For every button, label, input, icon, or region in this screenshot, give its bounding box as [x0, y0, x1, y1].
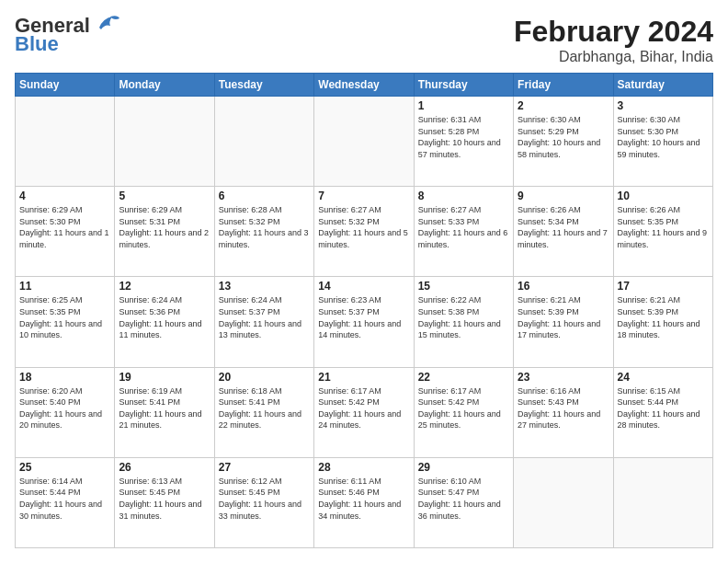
weekday-header-sunday: Sunday — [16, 74, 115, 97]
day-number: 20 — [219, 371, 310, 384]
calendar-cell: 18Sunrise: 6:20 AM Sunset: 5:40 PM Dayli… — [16, 367, 115, 457]
day-info: Sunrise: 6:24 AM Sunset: 5:36 PM Dayligh… — [119, 294, 210, 340]
day-number: 14 — [318, 280, 409, 293]
logo: General Blue — [15, 15, 121, 55]
day-number: 1 — [418, 99, 509, 112]
calendar-body: 1Sunrise: 6:31 AM Sunset: 5:28 PM Daylig… — [16, 97, 713, 548]
calendar-cell: 14Sunrise: 6:23 AM Sunset: 5:37 PM Dayli… — [314, 277, 414, 367]
weekday-header-saturday: Saturday — [613, 74, 712, 97]
day-info: Sunrise: 6:26 AM Sunset: 5:35 PM Dayligh… — [618, 204, 709, 250]
day-info: Sunrise: 6:23 AM Sunset: 5:37 PM Dayligh… — [318, 294, 409, 340]
calendar-header: SundayMondayTuesdayWednesdayThursdayFrid… — [16, 74, 713, 97]
day-number: 28 — [318, 461, 409, 474]
calendar-cell: 12Sunrise: 6:24 AM Sunset: 5:36 PM Dayli… — [115, 277, 214, 367]
day-number: 26 — [119, 461, 210, 474]
title-block: February 2024 Darbhanga, Bihar, India — [514, 15, 713, 65]
day-number: 9 — [518, 190, 609, 202]
calendar-cell: 10Sunrise: 6:26 AM Sunset: 5:35 PM Dayli… — [613, 187, 712, 277]
day-info: Sunrise: 6:28 AM Sunset: 5:32 PM Dayligh… — [219, 204, 310, 250]
day-info: Sunrise: 6:17 AM Sunset: 5:42 PM Dayligh… — [318, 385, 409, 431]
day-number: 3 — [618, 99, 709, 112]
day-number: 11 — [19, 280, 110, 293]
day-info: Sunrise: 6:22 AM Sunset: 5:38 PM Dayligh… — [418, 294, 509, 340]
calendar-cell — [314, 97, 414, 187]
day-number: 2 — [518, 99, 609, 112]
day-number: 10 — [618, 190, 709, 202]
day-info: Sunrise: 6:13 AM Sunset: 5:45 PM Dayligh… — [119, 476, 210, 522]
day-number: 29 — [418, 461, 509, 474]
day-number: 6 — [219, 190, 310, 202]
day-info: Sunrise: 6:15 AM Sunset: 5:44 PM Dayligh… — [618, 385, 709, 431]
day-number: 27 — [219, 461, 310, 474]
calendar-cell: 17Sunrise: 6:21 AM Sunset: 5:39 PM Dayli… — [613, 277, 712, 367]
day-number: 13 — [219, 280, 310, 293]
calendar-cell: 25Sunrise: 6:14 AM Sunset: 5:44 PM Dayli… — [16, 457, 115, 547]
calendar-cell: 20Sunrise: 6:18 AM Sunset: 5:41 PM Dayli… — [214, 367, 313, 457]
day-number: 16 — [518, 280, 609, 293]
calendar-cell: 6Sunrise: 6:28 AM Sunset: 5:32 PM Daylig… — [214, 187, 313, 277]
week-row-4: 25Sunrise: 6:14 AM Sunset: 5:44 PM Dayli… — [16, 457, 713, 547]
calendar-cell: 8Sunrise: 6:27 AM Sunset: 5:33 PM Daylig… — [414, 187, 513, 277]
calendar-cell: 23Sunrise: 6:16 AM Sunset: 5:43 PM Dayli… — [514, 367, 613, 457]
calendar-cell — [514, 457, 613, 547]
calendar-title: February 2024 — [514, 15, 713, 49]
header: General Blue February 2024 Darbhanga, Bi… — [15, 15, 713, 65]
weekday-header-monday: Monday — [115, 74, 214, 97]
calendar-cell: 4Sunrise: 6:29 AM Sunset: 5:30 PM Daylig… — [16, 187, 115, 277]
day-number: 17 — [618, 280, 709, 293]
calendar-cell: 22Sunrise: 6:17 AM Sunset: 5:42 PM Dayli… — [414, 367, 513, 457]
day-info: Sunrise: 6:27 AM Sunset: 5:32 PM Dayligh… — [318, 204, 409, 250]
day-number: 19 — [119, 371, 210, 384]
calendar-cell: 1Sunrise: 6:31 AM Sunset: 5:28 PM Daylig… — [414, 97, 513, 187]
day-info: Sunrise: 6:19 AM Sunset: 5:41 PM Dayligh… — [119, 385, 210, 431]
calendar-cell: 11Sunrise: 6:25 AM Sunset: 5:35 PM Dayli… — [16, 277, 115, 367]
day-info: Sunrise: 6:27 AM Sunset: 5:33 PM Dayligh… — [418, 204, 509, 250]
day-number: 18 — [19, 371, 110, 384]
day-number: 22 — [418, 371, 509, 384]
day-number: 25 — [19, 461, 110, 474]
day-info: Sunrise: 6:21 AM Sunset: 5:39 PM Dayligh… — [618, 294, 709, 340]
day-number: 12 — [119, 280, 210, 293]
day-info: Sunrise: 6:29 AM Sunset: 5:31 PM Dayligh… — [119, 204, 210, 250]
weekday-header-wednesday: Wednesday — [314, 74, 414, 97]
calendar-cell: 2Sunrise: 6:30 AM Sunset: 5:29 PM Daylig… — [514, 97, 613, 187]
week-row-0: 1Sunrise: 6:31 AM Sunset: 5:28 PM Daylig… — [16, 97, 713, 187]
day-number: 5 — [119, 190, 210, 202]
calendar-cell: 24Sunrise: 6:15 AM Sunset: 5:44 PM Dayli… — [613, 367, 712, 457]
day-info: Sunrise: 6:12 AM Sunset: 5:45 PM Dayligh… — [219, 476, 310, 522]
day-number: 15 — [418, 280, 509, 293]
day-number: 4 — [19, 190, 110, 202]
day-info: Sunrise: 6:14 AM Sunset: 5:44 PM Dayligh… — [19, 476, 110, 522]
calendar-cell: 9Sunrise: 6:26 AM Sunset: 5:34 PM Daylig… — [514, 187, 613, 277]
calendar-cell — [214, 97, 313, 187]
day-info: Sunrise: 6:25 AM Sunset: 5:35 PM Dayligh… — [19, 294, 110, 340]
day-number: 8 — [418, 190, 509, 202]
day-info: Sunrise: 6:24 AM Sunset: 5:37 PM Dayligh… — [219, 294, 310, 340]
day-number: 24 — [618, 371, 709, 384]
logo-bird-icon — [92, 11, 121, 37]
calendar-cell: 27Sunrise: 6:12 AM Sunset: 5:45 PM Dayli… — [214, 457, 313, 547]
week-row-2: 11Sunrise: 6:25 AM Sunset: 5:35 PM Dayli… — [16, 277, 713, 367]
weekday-header-friday: Friday — [514, 74, 613, 97]
calendar-cell: 15Sunrise: 6:22 AM Sunset: 5:38 PM Dayli… — [414, 277, 513, 367]
day-info: Sunrise: 6:21 AM Sunset: 5:39 PM Dayligh… — [518, 294, 609, 340]
weekday-header-tuesday: Tuesday — [214, 74, 313, 97]
calendar-subtitle: Darbhanga, Bihar, India — [514, 49, 713, 65]
calendar-table: SundayMondayTuesdayWednesdayThursdayFrid… — [15, 73, 713, 548]
day-info: Sunrise: 6:30 AM Sunset: 5:29 PM Dayligh… — [518, 114, 609, 160]
calendar-cell: 28Sunrise: 6:11 AM Sunset: 5:46 PM Dayli… — [314, 457, 414, 547]
calendar-cell — [613, 457, 712, 547]
day-info: Sunrise: 6:20 AM Sunset: 5:40 PM Dayligh… — [19, 385, 110, 431]
calendar-cell: 13Sunrise: 6:24 AM Sunset: 5:37 PM Dayli… — [214, 277, 313, 367]
day-info: Sunrise: 6:16 AM Sunset: 5:43 PM Dayligh… — [518, 385, 609, 431]
day-info: Sunrise: 6:30 AM Sunset: 5:30 PM Dayligh… — [618, 114, 709, 160]
day-number: 23 — [518, 371, 609, 384]
calendar-cell: 16Sunrise: 6:21 AM Sunset: 5:39 PM Dayli… — [514, 277, 613, 367]
day-info: Sunrise: 6:10 AM Sunset: 5:47 PM Dayligh… — [418, 476, 509, 522]
calendar-cell: 29Sunrise: 6:10 AM Sunset: 5:47 PM Dayli… — [414, 457, 513, 547]
calendar-cell: 7Sunrise: 6:27 AM Sunset: 5:32 PM Daylig… — [314, 187, 414, 277]
calendar-cell — [16, 97, 115, 187]
calendar-cell: 26Sunrise: 6:13 AM Sunset: 5:45 PM Dayli… — [115, 457, 214, 547]
day-info: Sunrise: 6:31 AM Sunset: 5:28 PM Dayligh… — [418, 114, 509, 160]
calendar-cell — [115, 97, 214, 187]
